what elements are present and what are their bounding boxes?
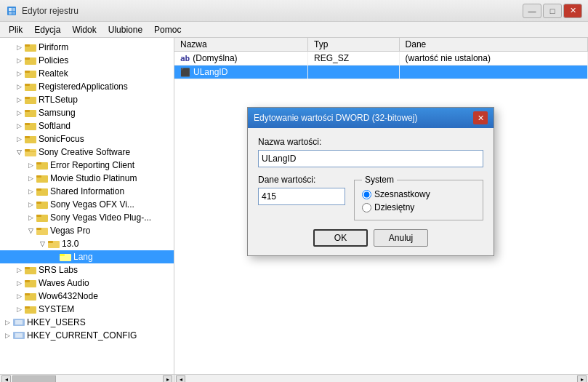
tree-h-scroll: ◂ ▸ xyxy=(0,375,174,382)
dword-dialog: Edytowanie wartości DWORD (32-bitowej) ✕… xyxy=(247,107,494,256)
right-h-scroll: ◂ ▸ xyxy=(174,375,588,382)
menu-favorites[interactable]: Ulubione xyxy=(102,23,148,36)
scroll-thumb[interactable] xyxy=(12,375,56,383)
data-input[interactable] xyxy=(258,188,345,205)
dialog-buttons: OK Anuluj xyxy=(258,229,483,247)
svg-rect-3 xyxy=(9,12,12,15)
menu-edit[interactable]: Edycja xyxy=(28,23,66,36)
data-label: Dane wartości: xyxy=(258,175,345,185)
system-group: System Szesnastkowy Dziesiętny xyxy=(354,175,483,220)
scroll-left-button[interactable]: ◂ xyxy=(1,375,11,383)
scroll-right-button2[interactable]: ▸ xyxy=(577,375,587,383)
name-label: Nazwa wartości: xyxy=(258,137,483,147)
name-input[interactable] xyxy=(258,150,483,167)
svg-rect-4 xyxy=(12,12,15,15)
title-bar-controls: — □ ✕ xyxy=(523,4,582,18)
ok-button[interactable]: OK xyxy=(313,229,368,247)
menu-view[interactable]: Widok xyxy=(66,23,102,36)
hex-radio-row: Szesnastkowy xyxy=(362,189,475,199)
close-button[interactable]: ✕ xyxy=(563,4,582,18)
svg-rect-2 xyxy=(12,8,15,11)
dec-radio-row: Dziesiętny xyxy=(362,202,475,212)
dec-label: Dziesiętny xyxy=(374,202,414,212)
dialog-title: Edytowanie wartości DWORD (32-bitowej) xyxy=(254,113,417,123)
h-scrollbar: ◂ ▸ ◂ ▸ xyxy=(0,374,588,382)
hex-label: Szesnastkowy xyxy=(374,189,430,199)
scroll-left-button2[interactable]: ◂ xyxy=(176,375,185,383)
menu-bar: Plik Edycja Widok Ulubione Pomoc xyxy=(0,22,588,38)
main-content: ▷ Piriform ▷ Policies ▷ Realtek ▷ Regist… xyxy=(0,38,588,374)
app-icon xyxy=(6,5,17,17)
data-value-section: Dane wartości: xyxy=(258,175,345,220)
dialog-overlay: Edytowanie wartości DWORD (32-bitowej) ✕… xyxy=(0,38,588,374)
scroll-right-button[interactable]: ▸ xyxy=(163,375,172,383)
data-row: Dane wartości: System Szesnastkowy Dzies… xyxy=(258,175,483,220)
title-bar: Edytor rejestru — □ ✕ xyxy=(0,0,588,22)
maximize-button[interactable]: □ xyxy=(543,4,562,18)
scroll-track xyxy=(12,375,161,383)
hex-radio[interactable] xyxy=(362,190,371,199)
menu-help[interactable]: Pomoc xyxy=(148,23,187,36)
scroll-track2 xyxy=(187,375,576,383)
dialog-body: Nazwa wartości: Dane wartości: System Sz… xyxy=(248,128,494,255)
svg-rect-1 xyxy=(9,8,12,11)
title-bar-left: Edytor rejestru xyxy=(6,5,78,17)
dialog-close-button[interactable]: ✕ xyxy=(473,111,488,124)
dec-radio[interactable] xyxy=(362,203,371,212)
system-legend: System xyxy=(362,175,397,185)
window-title: Edytor rejestru xyxy=(22,6,78,16)
cancel-button[interactable]: Anuluj xyxy=(374,229,428,247)
menu-file[interactable]: Plik xyxy=(3,23,28,36)
minimize-button[interactable]: — xyxy=(523,4,541,18)
dialog-title-bar: Edytowanie wartości DWORD (32-bitowej) ✕ xyxy=(248,108,494,128)
